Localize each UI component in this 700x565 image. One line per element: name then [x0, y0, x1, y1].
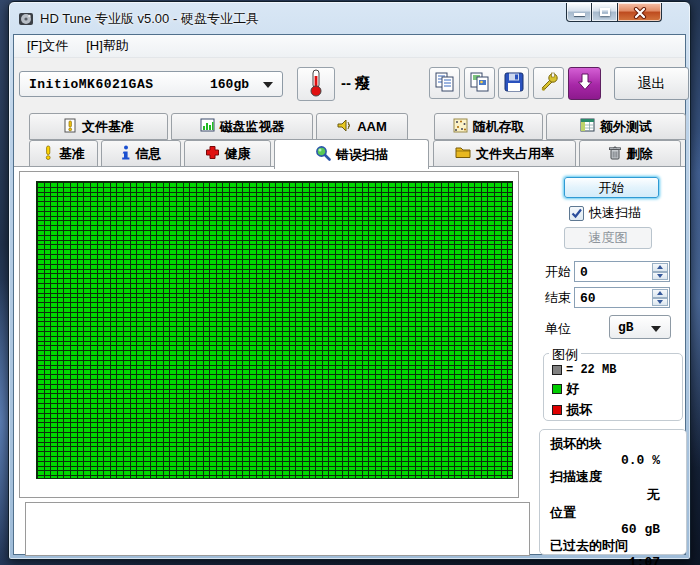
tab-file-benchmark[interactable]: 文件基准 — [29, 113, 168, 140]
exclamation-icon — [42, 145, 54, 163]
speaker-icon — [337, 118, 352, 136]
start-field-input[interactable]: 0 — [574, 261, 670, 282]
menu-file[interactable]: [F]文件 — [18, 35, 77, 57]
copy-image-button[interactable] — [464, 67, 495, 99]
position-value: 60 gB — [550, 522, 678, 537]
save-button[interactable] — [498, 67, 529, 99]
tab-info[interactable]: 信息 — [101, 140, 181, 167]
quick-scan-checkbox[interactable] — [569, 206, 584, 221]
legend-bad-label: 损坏 — [566, 401, 592, 419]
bad-swatch — [552, 405, 562, 415]
copy-text-icon — [434, 71, 456, 96]
title-bar[interactable]: HD Tune 专业版 v5.00 - 硬盘专业工具 — [9, 2, 690, 34]
legend-block-label: = 22 MB — [566, 363, 616, 377]
legend-good: 好 — [552, 380, 616, 398]
legend-good-label: 好 — [566, 380, 579, 398]
down-arrow-icon — [577, 73, 593, 94]
tab-label: 健康 — [225, 145, 251, 163]
legend-title: 图例 — [549, 346, 581, 364]
menu-help[interactable]: [H]帮助 — [77, 35, 138, 57]
window-title: HD Tune 专业版 v5.00 - 硬盘专业工具 — [40, 10, 259, 28]
tab-label: 磁盘监视器 — [220, 118, 285, 136]
tab-erase[interactable]: 删除 — [579, 140, 681, 167]
end-field-input[interactable]: 60 — [574, 287, 670, 308]
end-field-spinner[interactable] — [652, 289, 668, 306]
unit-value: gB — [618, 320, 634, 335]
hd-tune-disk-icon — [18, 11, 34, 30]
copy-text-button[interactable] — [429, 67, 460, 99]
tab-label: 额外测试 — [600, 118, 652, 136]
spin-up-icon[interactable] — [652, 263, 668, 272]
tab-aam[interactable]: AAM — [316, 113, 408, 140]
good-swatch — [552, 384, 562, 394]
close-button[interactable] — [618, 3, 662, 22]
toolbar: InitioMK6021GAS 160gb -- 癈 — [14, 58, 685, 108]
tab-label: AAM — [357, 119, 387, 134]
start-field-value: 0 — [580, 265, 588, 280]
options-button[interactable] — [533, 67, 564, 99]
scan-stats-box: 损坏的块 0.0 % 扫描速度 无 位置 60 gB 已过去的时间 1:07 — [539, 429, 687, 555]
window-controls — [566, 3, 662, 22]
tab-folder-usage[interactable]: 文件夹占用率 — [433, 140, 576, 167]
thermometer-icon — [309, 69, 323, 100]
end-field-row: 结束 60 — [545, 287, 670, 308]
spin-down-icon[interactable] — [652, 298, 668, 307]
close-icon — [633, 7, 647, 22]
spin-up-icon[interactable] — [652, 289, 668, 298]
elapsed-time-label: 已过去的时间 — [550, 537, 678, 555]
elapsed-time-value: 1:07 — [550, 555, 678, 565]
chevron-down-icon — [651, 326, 661, 332]
extra-tests-icon — [580, 118, 595, 135]
update-button[interactable] — [568, 67, 601, 100]
magnifier-icon — [315, 145, 331, 164]
quick-scan-row: 快速扫描 — [569, 204, 641, 222]
random-access-icon — [453, 118, 468, 136]
position-label: 位置 — [550, 504, 678, 522]
chevron-down-icon — [263, 82, 273, 88]
exit-button[interactable]: 退出 — [614, 67, 689, 100]
end-field-value: 60 — [580, 291, 596, 306]
damaged-blocks-value: 0.0 % — [550, 453, 678, 468]
quick-scan-label: 快速扫描 — [589, 204, 641, 222]
start-field-row: 开始 0 — [545, 261, 670, 282]
tab-benchmark[interactable]: 基准 — [29, 140, 98, 167]
temperature-button[interactable] — [297, 67, 335, 101]
error-scan-page: 开始 快速扫描 速度图 开始 0 — [14, 167, 685, 554]
client-area: [F]文件 [H]帮助 InitioMK6021GAS 160gb -- 癈 — [13, 34, 686, 555]
start-scan-button[interactable]: 开始 — [564, 177, 659, 198]
tab-label: 错误扫描 — [336, 146, 388, 164]
tab-health[interactable]: 健康 — [184, 140, 271, 167]
end-field-label: 结束 — [545, 289, 573, 307]
copy-image-icon — [469, 71, 491, 96]
damaged-blocks-label: 损坏的块 — [550, 435, 678, 453]
scan-map-panel — [19, 171, 519, 498]
drive-capacity: 160gb — [210, 77, 249, 92]
drive-model: InitioMK6021GAS — [29, 77, 154, 92]
maximize-icon — [600, 8, 610, 16]
maximize-button[interactable] — [592, 3, 618, 22]
tab-label: 随机存取 — [473, 118, 525, 136]
tab-strip: 文件基准 磁盘监视器 AAM 随机存取 额外测试 — [14, 108, 685, 167]
start-field-spinner[interactable] — [652, 263, 668, 280]
menu-bar: [F]文件 [H]帮助 — [14, 35, 685, 58]
tab-error-scan[interactable]: 错误扫描 — [274, 139, 429, 169]
speed-map-button[interactable]: 速度图 — [564, 227, 652, 249]
tab-disk-monitor[interactable]: 磁盘监视器 — [171, 113, 313, 140]
disk-monitor-icon — [200, 118, 215, 135]
start-field-label: 开始 — [545, 263, 573, 281]
drive-select-dropdown[interactable]: InitioMK6021GAS 160gb — [19, 71, 283, 97]
unit-label: 单位 — [545, 320, 571, 338]
scan-grid — [36, 181, 513, 479]
file-benchmark-icon — [63, 118, 77, 136]
health-cross-icon — [205, 145, 220, 163]
app-window: HD Tune 专业版 v5.00 - 硬盘专业工具 [F]文件 [H]帮助 — [8, 1, 691, 560]
minimize-button[interactable] — [566, 3, 592, 22]
info-icon — [121, 145, 131, 163]
trash-icon — [608, 145, 622, 163]
unit-dropdown[interactable]: gB — [609, 315, 671, 339]
scan-speed-label: 扫描速度 — [550, 468, 678, 486]
spin-down-icon[interactable] — [652, 272, 668, 281]
tab-extra-tests[interactable]: 额外测试 — [546, 113, 686, 140]
block-swatch — [552, 365, 562, 375]
tab-random-access[interactable]: 随机存取 — [434, 113, 543, 140]
